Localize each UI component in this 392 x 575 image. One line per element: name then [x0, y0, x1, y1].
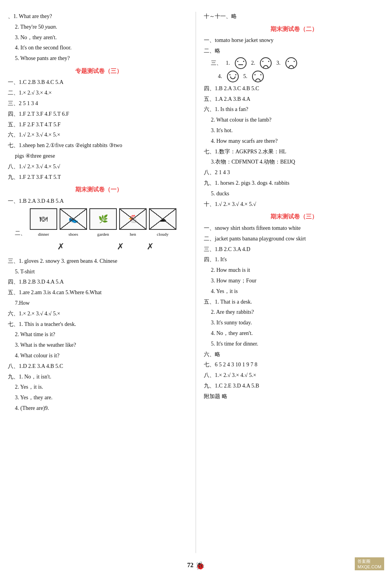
intro-line-3: 3. No，they aren't. — [15, 33, 190, 42]
end1-line1: 一、1.B 2.A 3.D 4.B 5.A — [8, 197, 190, 206]
end2-line8: 4. How many scarfs are there? — [211, 136, 384, 146]
img-cloudy: ☁ cloudy — [149, 208, 176, 238]
intro-line-1: 、1. What are they? — [8, 12, 190, 21]
section-end1: 期末测试卷（一） 一、1.B 2.A 3.D 4.B 5.A — [8, 185, 190, 206]
end2-line12: 九、1. horses 2. pigs 3. dogs 4. rabbits — [204, 178, 384, 188]
end1-b-line6: 2. What time is it? — [15, 330, 190, 339]
smiley-2 — [260, 57, 272, 69]
smiley-3 — [285, 57, 297, 69]
end3-line8: 五、1. That is a desk. — [204, 297, 384, 307]
intro-line-2: 2. They're 50 yuan. — [15, 22, 190, 32]
num3-label: 3. — [276, 58, 281, 68]
img-hen: 🐔 hen — [119, 208, 147, 238]
s3-line8: 八、1.√ 2.× 3.√ 4.× 5.√ — [8, 162, 190, 171]
page-num-text: 72 — [187, 562, 194, 568]
num5-label: 5. — [243, 72, 248, 81]
end3-line6: 3. How many；Four — [211, 276, 384, 286]
section-end1b: 三、1. gloves 2. snowy 3. green beans 4. C… — [8, 257, 190, 413]
end2-line13: 5. ducks — [211, 189, 384, 198]
end2-line9: 七、1.数字：AGKPRS 2.水果：HL — [204, 147, 384, 156]
end1-b-line3b: 7.How — [15, 298, 190, 308]
end1-b-line8: 4. What colour is it? — [15, 351, 190, 360]
end1-b-line12: 3. Yes，they are. — [15, 393, 190, 402]
smiley-1 — [235, 57, 247, 69]
page-number: 72 🐞 — [0, 561, 392, 570]
smiley-5 — [252, 71, 264, 82]
end2-line6: 2. What colour is the lamb? — [211, 115, 384, 125]
ten-eleven-text: 十～十一、略 — [204, 12, 384, 21]
section-end3: 期末测试卷（三） 一、snowy shirt shorts fifteen to… — [204, 212, 384, 401]
smiley-row1: 三、 1. 2. 3. — [211, 57, 384, 69]
img-garden: 🌿 garden — [89, 208, 117, 238]
end1-b-line7: 3. What is the weather like? — [15, 340, 190, 350]
img-shoes: 👟 shoes — [60, 208, 87, 238]
end2-line5: 六、1. Is this a fan? — [204, 105, 384, 114]
end1-b-line11: 2. Yes，it is. — [15, 382, 190, 392]
intro-line-4: 4. It's on the second floor. — [15, 43, 190, 53]
end1-b-line1: 三、1. gloves 2. snowy 3. green beans 4. C… — [8, 257, 190, 266]
intro-line-5: 5. Whose pants are they? — [15, 54, 190, 63]
ten-eleven: 十～十一、略 — [204, 12, 384, 21]
watermark: 答案圈MXQE.COM — [355, 557, 384, 570]
end3-line7: 4. Yes，it is — [211, 287, 384, 296]
end3-line11: 4. No，they aren't. — [211, 329, 384, 338]
end3-line9: 2. Are they rabbits? — [211, 308, 384, 317]
end1-b-line10: 九、1. No，it isn't. — [8, 372, 190, 382]
end2-line7: 3. It's hot. — [211, 126, 384, 135]
end2-line14: 十、1.√ 2.× 3.√ 4.× 5.√ — [204, 200, 384, 209]
end2-line1: 一、tomato horse jacket snowy — [204, 36, 384, 45]
num4-label: 4. — [218, 72, 222, 81]
s3-line7: 七、1.sheep hen 2.①five cats ②eight rabbit… — [8, 141, 190, 150]
end3-line15: 八、1.× 2.√ 3.× 4.√ 5.× — [204, 371, 384, 380]
s3-line4: 四、1.F 2.T 3.F 4.F 5.T 6.F — [8, 109, 190, 119]
end3-line5: 2. How much is it — [211, 266, 384, 275]
section-end2-title: 期末测试卷（二） — [204, 24, 384, 35]
end3-line17: 附加题 略 — [204, 392, 384, 401]
num2-label: 2. — [251, 58, 256, 68]
end3-line4: 四、1. It's — [204, 255, 384, 264]
end3-line2: 二、jacket pants banana playground cow ski… — [204, 234, 384, 244]
section-end3-title: 期末测试卷（三） — [204, 212, 384, 222]
s3-line1: 一、1.C 2.B 3.B 4.C 5.A — [8, 78, 190, 87]
end3-line16: 九、1.C 2.E 3.D 4.A 5.B — [204, 381, 384, 391]
end1-b-line3: 五、1.are 2.am 3.is 4.can 5.Where 6.What — [8, 288, 190, 297]
end1-b-line1b: 5. T-shirt — [15, 267, 190, 277]
s3-line2: 二、1.× 2.√ 3.× 4.× — [8, 88, 190, 98]
end1-b-line13: 4. (There are)9. — [15, 404, 190, 413]
section3-title: 专题测试卷（三） — [8, 66, 190, 76]
num1-label: 1. — [226, 58, 230, 68]
section3: 专题测试卷（三） 一、1.C 2.B 3.B 4.C 5.A 二、1.× 2.√… — [8, 66, 190, 182]
img-dinner: 🍽 dinner — [30, 208, 57, 238]
s3-line3: 三、2 5 1 3 4 — [8, 99, 190, 108]
section-end1-title: 期末测试卷（一） — [8, 185, 190, 195]
end2-line10: 3.衣物：CDFMNOT 4.动物：BEIJQ — [211, 157, 384, 167]
end3-line14: 七、6 5 2 4 3 10 1 9 7 8 — [204, 360, 384, 369]
end1-b-line2: 四、1.B 2.B 3.D 4.A 5.A — [8, 277, 190, 287]
end1-b-line5: 七、1. This is a teacher's desk. — [8, 320, 190, 329]
image-section: 二、 🍽 dinner 👟 shoes 🌿 garden 🐔 hen — [8, 208, 190, 254]
end2-line11: 八、2 1 4 3 — [204, 168, 384, 177]
end3-line1: 一、snowy shirt shorts fifteen tomato whit… — [204, 224, 384, 233]
smiley-row2: 4. 5. — [218, 71, 384, 82]
end3-line12: 5. It's time for dinner. — [211, 339, 384, 349]
left-column: 、1. What are they? 2. They're 50 yuan. 3… — [8, 12, 196, 553]
s3-line6: 六、1.√ 2.× 3.√ 4.× 5.× — [8, 130, 190, 140]
end3-line10: 3. It's sunny today. — [211, 318, 384, 328]
end2-line3: 四、1.B 2.A 3.C 4.B 5.C — [204, 84, 384, 93]
end2-line4: 五、1.A 2.A 3.B 4.A — [204, 95, 384, 104]
right-column: 十～十一、略 期末测试卷（二） 一、tomato horse jacket sn… — [196, 12, 384, 553]
san-label: 三、 — [211, 58, 222, 68]
end3-line13: 六、略 — [204, 350, 384, 359]
page-icon: 🐞 — [195, 561, 205, 570]
s3-line9: 九、1.F 2.T 3.F 4.T 5.T — [8, 173, 190, 182]
s3-line5: 五、1.F 2.F 3.T 4.T 5.F — [8, 120, 190, 129]
section-end2: 期末测试卷（二） 一、tomato horse jacket snowy 二、略… — [204, 24, 384, 209]
end2-line2: 二、略 — [204, 46, 384, 56]
end1-b-line9: 八、1.D 2.E 3.A 4.B 5.C — [8, 362, 190, 371]
end1-b-line4: 六、1.× 2.× 3.√ 4.√ 5.× — [8, 309, 190, 318]
end3-line3: 三、1.B 2.C 3.A 4.D — [204, 245, 384, 254]
intro-section: 、1. What are they? 2. They're 50 yuan. 3… — [8, 12, 190, 63]
smiley-4 — [227, 71, 239, 82]
s3-line7b: pigs ④three geese — [15, 151, 190, 161]
